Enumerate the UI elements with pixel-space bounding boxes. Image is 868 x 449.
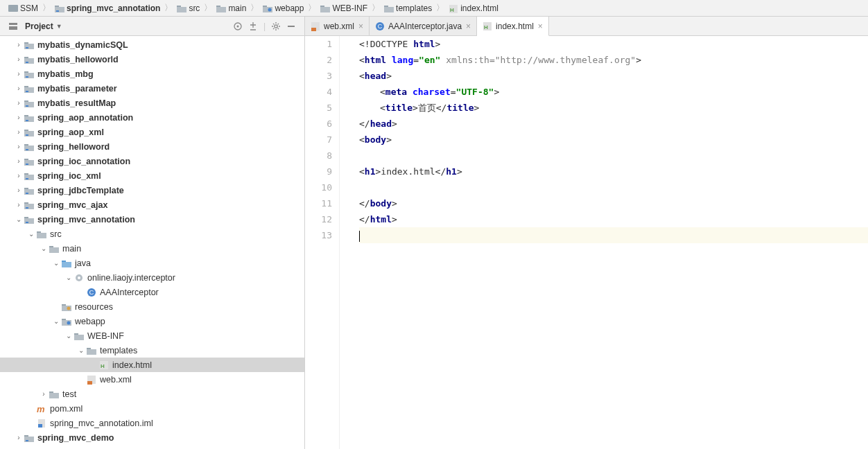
t: < <box>380 103 385 113</box>
tree-arrow-icon[interactable]: › <box>14 172 24 179</box>
svg-rect-17 <box>9 23 17 25</box>
tree-arrow-icon[interactable]: ⌄ <box>51 259 61 267</box>
tree-node[interactable]: ›test <box>0 387 304 401</box>
tree-node[interactable]: ⌄src <box>0 227 304 241</box>
project-view-icon[interactable] <box>6 19 21 34</box>
tree-node[interactable]: ⌄WEB-INF <box>0 328 304 343</box>
folder-icon <box>49 244 60 254</box>
module-icon <box>24 84 35 94</box>
tree-arrow-icon[interactable]: › <box>14 157 24 165</box>
svg-text:m: m <box>37 404 45 414</box>
editor-tab[interactable]: Hindex.html× <box>477 17 549 36</box>
tree-arrow-icon[interactable]: › <box>14 128 24 136</box>
maven-icon: m <box>36 404 47 414</box>
breadcrumb-separator: 〉 <box>435 2 446 14</box>
svg-rect-40 <box>26 120 28 121</box>
editor-tab[interactable]: web.xml× <box>305 17 370 35</box>
svg-text:C: C <box>89 289 94 296</box>
close-icon[interactable]: × <box>358 21 363 31</box>
project-dropdown[interactable]: Project▼ <box>21 21 67 31</box>
tree-arrow-icon[interactable]: › <box>14 99 24 107</box>
tree-node[interactable]: ›mybatis_resultMap <box>0 96 304 110</box>
tree-node[interactable]: ›spring_aop_xml <box>0 125 304 139</box>
tree-node[interactable]: resources <box>0 299 304 314</box>
breadcrumb-item[interactable]: spring_mvc_annotation <box>52 3 163 13</box>
svg-rect-67 <box>62 262 71 267</box>
tree-label: mybatis_parameter <box>37 84 117 94</box>
t: < <box>359 134 365 145</box>
tree-node[interactable]: ›spring_mvc_ajax <box>0 197 304 212</box>
tree-arrow-icon[interactable]: ⌄ <box>64 332 73 340</box>
breadcrumb-item[interactable]: templates <box>381 3 435 13</box>
tree-node[interactable]: ⌄templates <box>0 343 304 358</box>
line-number: 7 <box>305 132 332 148</box>
hide-icon[interactable] <box>284 19 299 34</box>
tree-arrow-icon[interactable]: › <box>14 186 24 194</box>
tree-node[interactable]: ›mybatis_dynamicSQL <box>0 37 304 52</box>
t: > <box>474 103 480 113</box>
tree-arrow-icon[interactable]: ⌄ <box>64 274 73 281</box>
expand-all-icon[interactable] <box>245 19 261 34</box>
tree-arrow-icon[interactable]: › <box>14 85 24 92</box>
tree-arrow-icon[interactable]: ⌄ <box>39 245 49 252</box>
tree-node[interactable]: Hindex.html <box>0 358 304 372</box>
svg-point-77 <box>67 321 71 324</box>
tree-node[interactable]: ›spring_helloword <box>0 139 304 154</box>
t: h1 <box>446 166 457 177</box>
module-icon <box>24 433 35 443</box>
tree-node[interactable]: ›spring_jdbcTemplate <box>0 183 304 197</box>
tree-node[interactable]: ⌄spring_mvc_annotation <box>0 212 304 227</box>
tree-node[interactable]: ›spring_aop_annotation <box>0 110 304 125</box>
t: < <box>359 166 365 177</box>
tree-arrow-icon[interactable]: › <box>14 434 24 441</box>
tree-node[interactable]: ⌄webapp <box>0 314 304 328</box>
breadcrumb-item[interactable]: Hindex.html <box>446 3 501 13</box>
tree-arrow-icon[interactable]: › <box>14 201 24 209</box>
breadcrumb-item[interactable]: main <box>214 3 249 13</box>
class-icon: C <box>375 21 385 31</box>
tree-node[interactable]: ›spring_ioc_annotation <box>0 154 304 168</box>
folder-icon <box>73 331 85 341</box>
tree-arrow-icon[interactable]: › <box>14 55 24 63</box>
t: > <box>494 87 499 97</box>
module-icon <box>24 55 35 64</box>
tree-node[interactable]: ›spring_ioc_xml <box>0 168 304 183</box>
project-tree[interactable]: ›mybatis_dynamicSQL›mybatis_helloworld›m… <box>0 36 304 449</box>
svg-rect-58 <box>26 207 28 209</box>
breadcrumb-item[interactable]: WEB-INF <box>318 3 370 13</box>
settings-icon[interactable] <box>268 19 284 34</box>
breadcrumb-item[interactable]: webapp <box>260 3 306 13</box>
tree-arrow-icon[interactable]: ⌄ <box>14 215 24 223</box>
breadcrumb-item[interactable]: SSM <box>6 3 41 13</box>
close-icon[interactable]: × <box>538 21 543 31</box>
tree-arrow-icon[interactable]: › <box>14 114 24 121</box>
tree-arrow-icon[interactable]: ⌄ <box>76 346 86 354</box>
tree-label: spring_ioc_xml <box>37 171 101 181</box>
locate-icon[interactable] <box>230 19 245 34</box>
tree-node[interactable]: ⌄java <box>0 256 304 270</box>
tree-node[interactable]: CAAAInterceptor <box>0 285 304 299</box>
xml-icon <box>311 21 320 31</box>
editor-tab[interactable]: CAAAInterceptor.java× <box>370 17 477 35</box>
close-icon[interactable]: × <box>466 21 471 31</box>
tree-node[interactable]: ⌄online.liaojy.interceptor <box>0 270 304 285</box>
tree-node[interactable]: ›mybatis_mbg <box>0 67 304 81</box>
tree-arrow-icon[interactable]: › <box>14 143 24 150</box>
line-number: 11 <box>305 195 332 211</box>
tree-arrow-icon[interactable]: › <box>14 41 24 49</box>
tree-arrow-icon[interactable]: ⌄ <box>51 317 61 325</box>
tree-node[interactable]: ›spring_mvc_demo <box>0 430 304 445</box>
tree-node[interactable]: ⌄main <box>0 241 304 256</box>
tree-node[interactable]: mpom.xml <box>0 401 304 416</box>
tree-node[interactable]: ›mybatis_parameter <box>0 81 304 96</box>
tree-node[interactable]: spring_mvc_annotation.iml <box>0 416 304 430</box>
tree-arrow-icon[interactable]: › <box>14 70 24 78</box>
tree-node[interactable]: web.xml <box>0 372 304 387</box>
tree-arrow-icon[interactable]: › <box>39 390 49 398</box>
t: "en" <box>419 55 440 65</box>
tree-node[interactable]: ›mybatis_helloworld <box>0 52 304 67</box>
code-editor[interactable]: 12345678910111213 <!DOCTYPE html> <html … <box>305 36 868 449</box>
breadcrumb-item[interactable]: src <box>174 3 202 13</box>
tree-arrow-icon[interactable]: ⌄ <box>26 230 36 238</box>
code-content[interactable]: <!DOCTYPE html> <html lang="en" xmlns:th… <box>340 36 868 449</box>
